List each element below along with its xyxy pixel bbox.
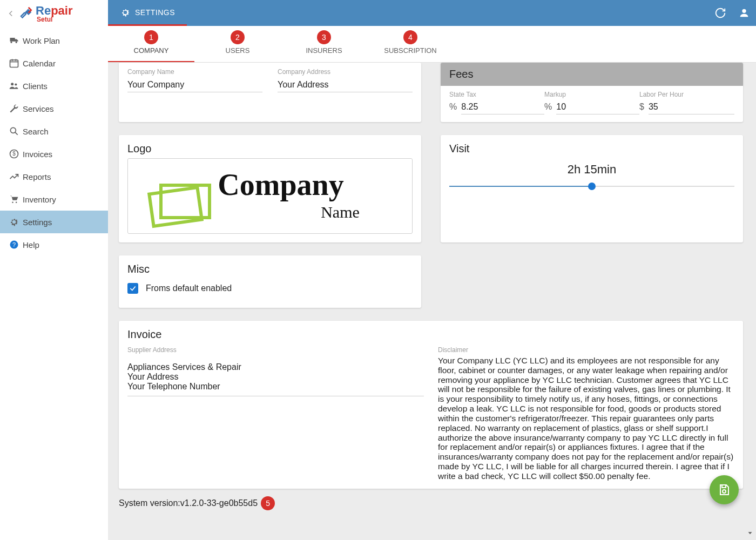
company-card: Company Name Company Address [119,63,421,122]
invoice-card: Invoice Supplier Address Appliances Serv… [119,321,743,489]
tab-users[interactable]: 2 USERS [194,26,281,62]
logo-card: Logo Company Name [119,135,421,242]
topbar-tab-settings[interactable]: SETTINGS [108,0,187,26]
svg-rect-0 [10,60,18,67]
visit-value: 2h 15min [449,163,734,177]
refresh-button[interactable] [708,1,732,25]
tab-insurers[interactable]: 3 INSURERS [281,26,367,62]
nav: Work Plan Calendar Clients Services Sear… [0,29,108,256]
fees-title: Fees [441,63,743,86]
visit-card: Visit 2h 15min [441,135,743,242]
markup-field: Markup % [544,89,639,114]
wrench-icon [18,5,35,22]
svg-point-5 [15,83,17,85]
percent-icon: % [449,102,457,112]
logo-area: Repair Setul [0,0,108,27]
people-icon [9,80,23,91]
sidebar: Repair Setul Work Plan Calendar Clients … [0,0,108,540]
nav-label: Help [23,240,39,249]
refresh-icon [714,7,726,19]
nav-label: Settings [23,218,52,227]
svg-point-6 [10,127,16,133]
company-address-input[interactable] [278,77,413,92]
field-label: Company Address [278,68,413,76]
nav-label: Calendar [23,59,56,68]
tab-badge: 1 [144,30,158,44]
svg-marker-21 [748,532,752,534]
nav-label: Services [23,104,54,113]
dollar-circle-icon: $ [9,148,23,159]
nav-work-plan[interactable]: Work Plan [0,29,108,52]
company-address-field: Company Address [278,68,413,114]
save-icon [718,483,731,496]
fees-card: Fees State Tax % Markup % [441,63,743,122]
svg-text:?: ? [12,241,16,248]
nav-reports[interactable]: Reports [0,165,108,188]
checkbox-label: Froms default enabled [146,284,232,293]
topbar-title: SETTINGS [135,8,175,17]
slider-thumb[interactable] [588,183,596,190]
nav-label: Work Plan [23,36,60,45]
tab-subscription[interactable]: 4 SUBSCRIPTION [367,26,454,62]
nav-services[interactable]: Services [0,97,108,120]
field-label: Markup [544,91,566,98]
markup-input[interactable] [556,99,639,114]
nav-label: Reports [23,172,51,181]
field-label: Company Name [127,68,262,76]
field-label: Supplier Address [127,346,424,354]
disclaimer-text[interactable]: Your Company LLC (YC LLC) and its employ… [438,355,734,481]
tab-label: USERS [226,46,250,55]
svg-text:$: $ [12,151,16,157]
logo-image[interactable]: Company Name [127,158,413,234]
disclaimer-field: Disclaimer Your Company LLC (YC LLC) and… [438,346,734,481]
content: 1 COMPANY 2 USERS 3 INSURERS 4 SUBSCRIPT… [108,26,756,540]
tab-label: INSURERS [306,46,342,55]
system-version: System version: v1.2.0-33-ge0b55d5 5 [108,489,756,510]
labor-input[interactable] [649,99,734,114]
tab-company[interactable]: 1 COMPANY [108,26,194,62]
nav-clients[interactable]: Clients [0,75,108,97]
chart-line-icon [9,171,23,182]
field-label: Disclaimer [438,346,734,354]
help-icon: ? [9,239,23,250]
svg-point-14 [742,9,746,13]
nav-invoices[interactable]: $ Invoices [0,143,108,165]
settings-subtabs: 1 COMPANY 2 USERS 3 INSURERS 4 SUBSCRIPT… [108,26,756,63]
svg-point-20 [723,490,726,493]
nav-label: Search [23,127,49,136]
truck-icon [9,35,23,46]
visit-slider[interactable] [449,181,734,192]
invoice-title: Invoice [119,321,743,344]
nav-settings[interactable]: Settings [0,211,108,233]
forms-default-checkbox[interactable] [127,283,138,294]
supplier-address-input[interactable]: Appliances Services & Repair Your Addres… [127,355,424,396]
chevron-left-icon [6,9,16,18]
company-name-input[interactable] [127,77,262,92]
nav-inventory[interactable]: Inventory [0,188,108,211]
brand-text-2: pair [51,4,72,17]
account-button[interactable] [732,1,756,25]
gear-icon [9,217,23,227]
nav-calendar[interactable]: Calendar [0,52,108,75]
person-icon [738,7,750,19]
tab-badge: 4 [403,30,417,44]
nav-search[interactable]: Search [0,120,108,143]
visit-title: Visit [441,135,743,158]
svg-text:Name: Name [321,203,360,221]
field-label: Labor Per Hour [639,91,684,98]
wrench-icon [9,103,23,114]
scroll-down-arrow[interactable] [746,529,754,537]
nav-label: Invoices [23,150,52,159]
system-version-value: v1.2.0-33-ge0b55d5 [180,498,258,508]
back-button[interactable] [3,6,18,21]
state-tax-input[interactable] [461,99,544,114]
field-label: State Tax [449,91,476,98]
labor-field: Labor Per Hour $ [639,89,734,114]
nav-help[interactable]: ? Help [0,233,108,256]
gear-icon [120,7,131,18]
save-fab[interactable] [710,475,739,504]
nav-label: Inventory [23,195,56,204]
svg-rect-15 [149,187,201,226]
percent-icon: % [544,102,552,112]
tab-label: SUBSCRIPTION [384,46,437,55]
